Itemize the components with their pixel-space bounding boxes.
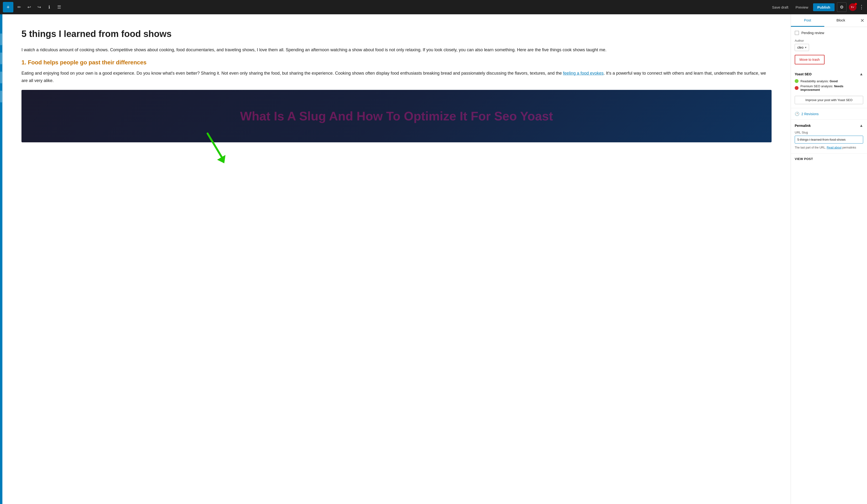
yoast-chevron-icon[interactable]: ▲ [859, 72, 863, 76]
revisions-row[interactable]: 🕐 2 Revisions [791, 108, 867, 120]
toolbar-left: + ✏ ↩ ↪ ℹ ☰ [3, 2, 63, 12]
save-draft-button[interactable]: Save draft [770, 4, 791, 11]
yoast-seo-section: Yoast SEO ▲ Readability analysis: Good P… [791, 68, 867, 108]
accent-shape-4 [0, 91, 2, 102]
yoast-title-row: Yoast SEO ▲ [795, 72, 863, 76]
yoast-seo-title: Yoast SEO [795, 72, 812, 76]
improve-yoast-button[interactable]: Improve your post with Yoast SEO [795, 96, 863, 104]
post-image: What Is A Slug And How To Optimize It Fo… [21, 90, 772, 142]
readability-good-icon [795, 79, 799, 83]
paragraph-2-pre: Eating and enjoying food on your own is … [21, 71, 563, 76]
move-to-trash-section: Move to trash [791, 55, 867, 68]
add-block-button[interactable]: + [3, 2, 13, 12]
pending-review-row: Pending review [791, 27, 867, 35]
toolbar-right: Save draft Preview Publish ⚙ Y✓ ⋮ [770, 2, 864, 12]
accent-shape-1 [0, 33, 2, 45]
permalink-read-about-link[interactable]: Read about [827, 146, 842, 149]
editor-area[interactable]: 5 things I learned from food shows I wat… [2, 14, 791, 504]
sidebar: Post Block ✕ Pending review Author cleo … [791, 14, 867, 504]
revisions-icon: 🕐 [795, 112, 800, 116]
permalink-chevron-icon[interactable]: ▲ [859, 123, 863, 128]
revisions-label: 2 Revisions [801, 112, 818, 116]
url-slug-input[interactable] [795, 136, 863, 143]
author-select[interactable]: cleo ▾ [795, 44, 809, 51]
main-area: 5 things I learned from food shows I wat… [0, 14, 867, 504]
yoast-logo: Y✓ [851, 6, 855, 9]
paragraph-1[interactable]: I watch a ridiculous amount of cooking s… [21, 46, 772, 54]
url-slug-label: URL Slug [795, 131, 863, 134]
svg-marker-1 [217, 155, 225, 163]
left-accent [0, 14, 2, 504]
seo-needs-improvement-icon [795, 86, 799, 90]
post-title[interactable]: 5 things I learned from food shows [21, 29, 772, 40]
pen-icon-button[interactable]: ✏ [15, 3, 23, 11]
sidebar-close-button[interactable]: ✕ [857, 16, 867, 25]
menu-button[interactable]: ☰ [55, 3, 63, 11]
chevron-down-icon: ▾ [805, 46, 806, 49]
pending-review-label: Pending review [801, 31, 824, 35]
publish-button[interactable]: Publish [813, 3, 835, 11]
permalink-title: Permalink [795, 124, 811, 128]
redo-button[interactable]: ↪ [35, 3, 43, 11]
more-options-button[interactable]: ⋮ [859, 4, 864, 10]
permalink-header: Permalink ▲ [795, 123, 863, 128]
tab-post[interactable]: Post [791, 14, 824, 27]
permalink-section: Permalink ▲ URL Slug The last part of th… [791, 120, 867, 154]
toolbar: + ✏ ↩ ↪ ℹ ☰ Save draft Preview Publish ⚙… [0, 0, 867, 14]
yoast-badge[interactable]: Y✓ [849, 3, 856, 11]
accent-shape-3 [0, 72, 2, 84]
watermark-text: What Is A Slug And How To Optimize It Fo… [21, 90, 772, 142]
move-to-trash-button[interactable]: Move to trash [795, 55, 825, 64]
view-post-button[interactable]: VIEW POST [791, 154, 867, 164]
readability-label: Readability analysis: Good [801, 79, 838, 83]
settings-button[interactable]: ⚙ [837, 2, 846, 12]
readability-row: Readability analysis: Good [795, 79, 863, 83]
sidebar-header: Post Block ✕ [791, 14, 867, 27]
tab-block[interactable]: Block [824, 14, 858, 27]
heading-1[interactable]: 1. Food helps people go past their diffe… [21, 59, 772, 66]
author-label: Author [795, 39, 863, 42]
pending-review-checkbox[interactable] [795, 31, 799, 35]
accent-shape-2 [0, 53, 2, 64]
slug-description: The last part of the URL. Read about per… [795, 145, 863, 150]
author-section: Author cleo ▾ [791, 39, 867, 55]
seo-label: Premium SEO analysis: Needs improvement [801, 84, 863, 91]
yoast-status-dot [855, 3, 857, 5]
author-value: cleo [798, 45, 804, 50]
paragraph-2-link[interactable]: feeling a food evokes [563, 71, 603, 76]
preview-button[interactable]: Preview [793, 4, 811, 11]
info-button[interactable]: ℹ [45, 3, 53, 11]
seo-row: Premium SEO analysis: Needs improvement [795, 84, 863, 91]
undo-button[interactable]: ↩ [25, 3, 33, 11]
paragraph-2[interactable]: Eating and enjoying food on your own is … [21, 69, 772, 84]
